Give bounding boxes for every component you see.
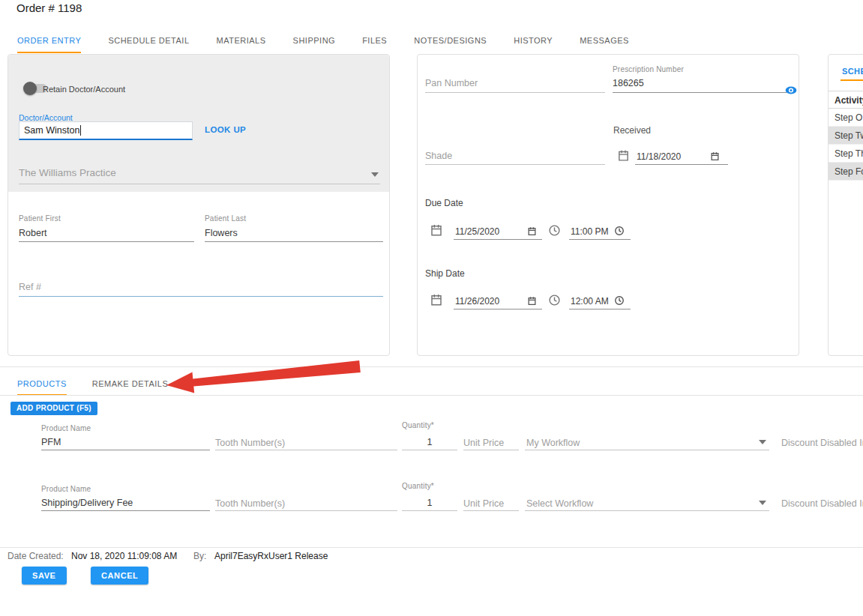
shade-input[interactable]: Shade [425, 151, 452, 161]
chevron-down-icon[interactable] [759, 440, 766, 444]
schedule-card: SCHE Activity Step O Step Tw Step Th Ste… [828, 54, 863, 356]
date-picker-icon[interactable] [527, 296, 537, 306]
due-date-underline [454, 239, 542, 240]
created-by-label: By: [193, 551, 206, 561]
prescription-number-input[interactable]: 186265 [613, 78, 644, 88]
quantity-input[interactable]: 1 [402, 437, 457, 447]
due-time-input[interactable]: 11:00 PM [571, 226, 608, 237]
quantity-underline [402, 450, 457, 450]
tab-shipping[interactable]: SHIPPING [293, 27, 336, 53]
tab-materials[interactable]: MATERIALS [217, 27, 266, 53]
date-created-label: Date Created: [7, 551, 64, 561]
practice-underline [19, 184, 380, 184]
patient-last-label: Patient Last [205, 214, 246, 223]
ship-time-underline [569, 309, 631, 309]
footer-divider [0, 547, 863, 548]
quantity-label: Quantity* [402, 482, 434, 490]
tab-order-entry[interactable]: ORDER ENTRY [17, 27, 81, 53]
save-button[interactable]: SAVE [22, 567, 67, 585]
patient-first-underline [19, 241, 194, 242]
clock-icon [548, 224, 561, 237]
tooth-numbers-input[interactable]: Tooth Number(s) [215, 438, 285, 448]
discount-status-text: Discount Disabled In [781, 498, 863, 509]
prescription-number-label: Prescription Number [613, 65, 684, 73]
chevron-down-icon[interactable] [371, 172, 379, 177]
ship-time-input[interactable]: 12:00 AM [571, 296, 609, 307]
patient-last-underline [205, 241, 383, 242]
quantity-input[interactable]: 1 [402, 498, 457, 508]
patient-first-label: Patient First [19, 214, 61, 223]
workflow-select[interactable]: Select Workflow [526, 498, 593, 509]
tab-products[interactable]: PRODUCTS [17, 373, 67, 396]
calendar-icon [617, 149, 630, 162]
received-label: Received [613, 125, 651, 136]
unit-price-input[interactable]: Unit Price [463, 498, 504, 509]
order-entry-page: Order # 1198 ORDER ENTRY SCHEDULE DETAIL… [0, 0, 863, 616]
product-name-label: Product Name [41, 424, 91, 432]
section-divider [0, 366, 863, 367]
due-date-input[interactable]: 11/25/2020 [455, 226, 499, 237]
lookup-button[interactable]: LOOK UP [205, 125, 246, 134]
doctor-account-input[interactable]: Sam Winston [19, 121, 193, 140]
tab-files[interactable]: FILES [362, 27, 387, 53]
time-picker-icon[interactable] [614, 226, 625, 236]
annotation-arrow [157, 358, 367, 400]
add-product-button[interactable]: ADD PRODUCT (F5) [10, 402, 97, 415]
tab-schedule-detail[interactable]: SCHEDULE DETAIL [108, 27, 189, 53]
text-cursor [80, 125, 81, 136]
product-name-underline [41, 450, 210, 450]
ship-date-label: Ship Date [425, 268, 465, 279]
calendar-icon [430, 293, 443, 307]
quantity-underline [402, 510, 457, 511]
toggle-knob [23, 82, 37, 95]
product-name-input[interactable]: PFM [41, 437, 61, 447]
time-picker-icon[interactable] [614, 295, 625, 306]
due-date-label: Due Date [425, 198, 463, 208]
tooth-numbers-underline [215, 450, 397, 450]
practice-select-value: The Williams Practice [19, 167, 116, 178]
tooth-numbers-underline [215, 510, 397, 511]
date-picker-icon[interactable] [710, 151, 720, 161]
doctor-account-card: Retain Doctor/Account Doctor/Account Sam… [7, 54, 390, 356]
cancel-button[interactable]: CANCEL [91, 567, 148, 585]
pan-number-input[interactable]: Pan Number [425, 78, 478, 88]
patient-first-input[interactable]: Robert [19, 228, 47, 238]
prescription-underline [613, 92, 787, 93]
schedule-step-row[interactable]: Step Fo [829, 163, 863, 181]
ship-date-input[interactable]: 11/26/2020 [455, 296, 499, 307]
date-created-value: Nov 18, 2020 11:09:08 AM [71, 551, 177, 561]
schedule-step-row[interactable]: Step Th [829, 145, 863, 163]
ref-number-input[interactable]: Ref # [19, 282, 41, 292]
product-name-input[interactable]: Shipping/Delivery Fee [41, 498, 133, 508]
calendar-icon [430, 223, 443, 237]
tab-schedule[interactable]: SCHE [842, 67, 863, 76]
received-underline [635, 164, 728, 165]
tab-history[interactable]: HISTORY [514, 27, 553, 53]
workflow-select[interactable]: My Workflow [526, 438, 580, 448]
clock-icon [548, 294, 561, 307]
tab-messages[interactable]: MESSAGES [580, 27, 629, 53]
received-date-input[interactable]: 11/18/2020 [637, 151, 681, 162]
main-tabbar: ORDER ENTRY SCHEDULE DETAIL MATERIALS SH… [17, 27, 656, 53]
tab-notes-designs[interactable]: NOTES/DESIGNS [414, 27, 487, 53]
created-by-value: April7EasyRxUser1 Release [214, 551, 328, 561]
activity-header: Activity [829, 91, 863, 109]
unit-price-underline [463, 510, 519, 511]
chevron-down-icon[interactable] [759, 501, 766, 505]
schedule-step-row[interactable]: Step O [829, 109, 863, 127]
unit-price-input[interactable]: Unit Price [463, 438, 504, 448]
discount-status-text: Discount Disabled In [781, 438, 863, 448]
product-name-underline [41, 510, 210, 511]
patient-last-input[interactable]: Flowers [205, 228, 238, 238]
pan-underline [425, 92, 605, 93]
eye-icon[interactable] [785, 86, 797, 94]
ref-underline [19, 296, 383, 297]
date-picker-icon[interactable] [527, 226, 537, 236]
schedule-step-row[interactable]: Step Tw [829, 127, 863, 145]
workflow-underline [525, 450, 769, 450]
schedule-tab-underline [841, 79, 863, 81]
due-time-underline [569, 239, 631, 240]
tooth-numbers-input[interactable]: Tooth Number(s) [215, 498, 285, 509]
practice-select[interactable]: The Williams Practice [19, 166, 380, 185]
doctor-account-value: Sam Winston [19, 122, 79, 139]
